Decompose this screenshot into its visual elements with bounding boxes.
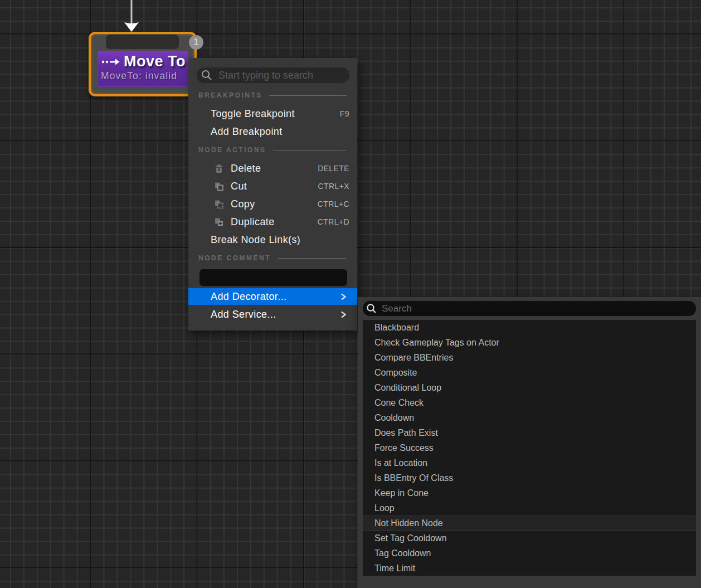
- decorator-option-loop[interactable]: Loop: [363, 500, 696, 516]
- section-divider: [269, 95, 347, 96]
- decorator-option-cooldown[interactable]: Cooldown: [363, 410, 696, 425]
- decorator-option-conditional-loop[interactable]: Conditional Loop: [363, 380, 696, 395]
- menu-item-toggle-breakpoint[interactable]: Toggle BreakpointF9: [188, 105, 357, 123]
- decorator-list: BlackboardCheck Gameplay Tags on ActorCo…: [363, 320, 696, 576]
- node-comment-bubble[interactable]: [106, 35, 179, 49]
- section-header-node-actions: NODE ACTIONS: [198, 144, 347, 155]
- copy-icon: [213, 199, 225, 210]
- section-header-node-comment: NODE COMMENT: [198, 252, 347, 264]
- decorator-option-tag-cooldown[interactable]: Tag Cooldown: [363, 546, 696, 561]
- decorator-submenu: BlackboardCheck Gameplay Tags on ActorCo…: [358, 297, 701, 588]
- node-subtitle: MoveTo: invalid: [98, 70, 188, 82]
- decorator-option-check-gameplay-tags-on-actor[interactable]: Check Gameplay Tags on Actor: [363, 335, 696, 350]
- exec-flow-arrow: [123, 0, 140, 32]
- section-divider: [273, 150, 347, 150]
- decorator-option-set-tag-cooldown[interactable]: Set Tag Cooldown: [363, 531, 696, 546]
- menu-item-duplicate[interactable]: DuplicateCTRL+D: [188, 213, 357, 231]
- menu-item-break-node-link-s[interactable]: Break Node Link(s): [188, 231, 357, 249]
- trash-icon: [213, 163, 225, 174]
- search-icon: [201, 70, 212, 81]
- decorator-option-keep-in-cone[interactable]: Keep in Cone: [363, 485, 696, 500]
- menu-item-add-breakpoint[interactable]: Add Breakpoint: [188, 123, 357, 140]
- node-comment-input[interactable]: [199, 269, 347, 286]
- submenu-search-input[interactable]: [381, 303, 690, 315]
- menu-item-add-service[interactable]: Add Service...: [188, 306, 357, 323]
- menu-item-delete[interactable]: DeleteDELETE: [188, 159, 357, 177]
- decorator-option-does-path-exist[interactable]: Does Path Exist: [363, 425, 696, 440]
- node-index-badge: 1: [189, 35, 203, 50]
- search-icon: [366, 303, 377, 314]
- duplicate-icon: [213, 217, 225, 227]
- context-menu: BREAKPOINTSToggle BreakpointF9Add Breakp…: [188, 58, 357, 331]
- decorator-option-cone-check[interactable]: Cone Check: [363, 395, 696, 410]
- submenu-chevron-icon: [339, 292, 348, 302]
- menu-shortcut: DELETE: [318, 164, 349, 173]
- context-menu-search-input[interactable]: [217, 69, 344, 82]
- menu-shortcut: F9: [340, 109, 349, 118]
- node-title: Move To: [124, 53, 186, 70]
- decorator-option-force-success[interactable]: Force Success: [363, 440, 696, 455]
- submenu-search[interactable]: [363, 301, 696, 316]
- menu-item-cut[interactable]: CutCTRL+X: [188, 177, 357, 195]
- section-divider: [278, 258, 347, 259]
- graph-canvas[interactable]: 1 Move To MoveTo: invalid BREAKPOINTSTog…: [0, 0, 701, 588]
- menu-shortcut: CTRL+D: [318, 217, 349, 226]
- decorator-option-blackboard[interactable]: Blackboard: [363, 320, 696, 335]
- node-header: Move To MoveTo: invalid: [98, 51, 188, 87]
- context-menu-search[interactable]: [197, 67, 349, 83]
- decorator-option-is-at-location[interactable]: Is at Location: [363, 455, 696, 470]
- decorator-option-not-hidden-node[interactable]: Not Hidden Node: [363, 516, 696, 531]
- move-to-node[interactable]: 1 Move To MoveTo: invalid: [89, 32, 197, 96]
- submenu-chevron-icon: [339, 310, 348, 319]
- menu-item-copy[interactable]: CopyCTRL+C: [188, 195, 357, 213]
- decorator-option-time-limit[interactable]: Time Limit: [363, 561, 696, 576]
- menu-shortcut: CTRL+C: [318, 200, 349, 208]
- task-arrow-icon: [101, 57, 121, 66]
- decorator-option-composite[interactable]: Composite: [363, 365, 696, 380]
- menu-item-add-decorator[interactable]: Add Decorator...: [188, 288, 357, 305]
- decorator-option-is-bbentry-of-class[interactable]: Is BBEntry Of Class: [363, 470, 696, 485]
- cut-icon: [213, 181, 225, 192]
- section-header-breakpoints: BREAKPOINTS: [198, 90, 347, 101]
- menu-shortcut: CTRL+X: [318, 182, 349, 191]
- decorator-option-compare-bbentries[interactable]: Compare BBEntries: [363, 350, 696, 365]
